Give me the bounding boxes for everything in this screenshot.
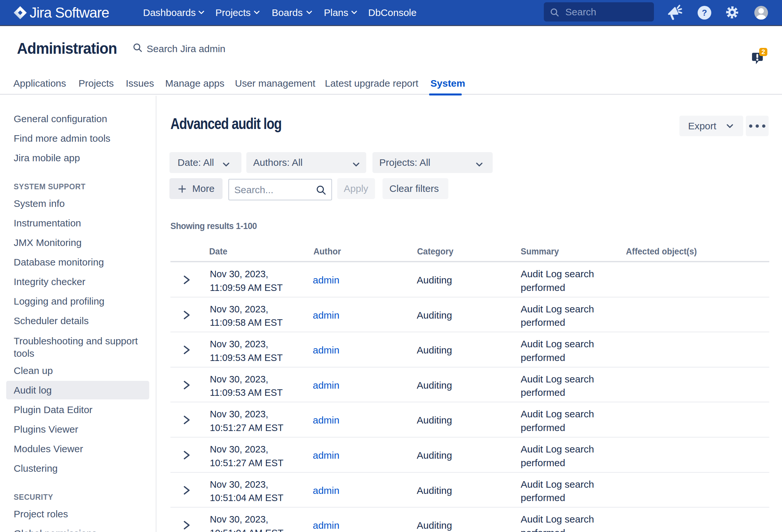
svg-text:?: ? (702, 8, 707, 17)
svg-text:2: 2 (761, 48, 765, 56)
